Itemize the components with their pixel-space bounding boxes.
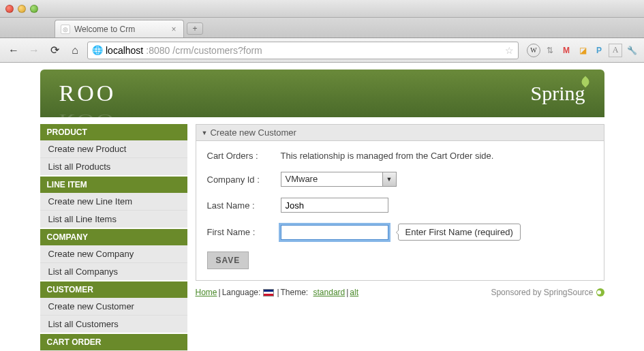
first-name-input[interactable]	[281, 225, 388, 240]
last-name-label: Last Name :	[207, 200, 281, 211]
company-label: Company Id :	[207, 174, 281, 185]
language-label: Language:	[222, 288, 261, 297]
gmail-icon[interactable]: M	[559, 44, 573, 57]
sidebar-header-cartorder: CART ORDER	[40, 334, 187, 350]
url-path: /crm/customers?form	[172, 45, 262, 56]
extension-icon[interactable]: ◪	[576, 44, 589, 57]
app-header: ROO Spring	[40, 70, 604, 117]
company-select-value: VMware	[281, 172, 382, 186]
collapse-icon: ▼	[202, 129, 208, 136]
favicon-icon: ◎	[61, 25, 70, 34]
chevron-down-icon: ▼	[382, 172, 396, 186]
tab-title: Welcome to Crm	[74, 25, 166, 34]
new-tab-button[interactable]: +	[187, 22, 203, 35]
url-port: :8080	[146, 45, 170, 56]
home-link[interactable]: Home	[196, 288, 217, 297]
company-select[interactable]: VMware ▼	[281, 172, 397, 187]
footer: Home | Language: | Theme: standard | alt	[196, 288, 604, 297]
flag-icon[interactable]	[263, 289, 274, 296]
cart-orders-value: This relationship is managed from the Ca…	[281, 151, 494, 161]
sidebar-header-company: COMPANY	[40, 229, 187, 245]
roo-logo: ROO	[59, 80, 117, 106]
extension-icon[interactable]: ⇅	[543, 44, 557, 57]
theme-standard-link[interactable]: standard	[313, 288, 346, 297]
sidebar: PRODUCT Create new Product List all Prod…	[40, 124, 187, 351]
first-name-tooltip: Enter First Name (required)	[398, 224, 521, 241]
sidebar-item-create-product[interactable]: Create new Product	[40, 140, 187, 158]
browser-toolbar: ← → ⟳ ⌂ 🌐 localhost:8080/crm/customers?f…	[0, 38, 644, 63]
globe-icon: 🌐	[92, 45, 103, 55]
cart-orders-label: Cart Orders :	[207, 151, 281, 161]
wrench-icon[interactable]: 🔧	[625, 44, 639, 57]
home-button[interactable]: ⌂	[67, 42, 83, 59]
address-bar[interactable]: 🌐 localhost:8080/crm/customers?form ☆	[87, 42, 519, 59]
sidebar-item-create-lineitem[interactable]: Create new Line Item	[40, 193, 187, 211]
sidebar-item-create-company[interactable]: Create new Company	[40, 245, 187, 263]
sidebar-header-customer: CUSTOMER	[40, 281, 187, 298]
sidebar-item-list-customers[interactable]: List all Customers	[40, 316, 187, 333]
extension-icon[interactable]: A	[609, 44, 622, 57]
first-name-label: First Name :	[207, 227, 281, 237]
back-button[interactable]: ←	[5, 42, 22, 59]
sidebar-item-list-lineitems[interactable]: List all Line Items	[40, 211, 187, 228]
browser-tabbar: ◎ Welcome to Crm × +	[0, 18, 644, 38]
window-titlebar	[0, 0, 644, 18]
springsource-icon	[596, 288, 604, 296]
sidebar-item-list-companys[interactable]: List all Companys	[40, 263, 187, 280]
panel-title: Create new Customer	[210, 127, 296, 138]
panel-header[interactable]: ▼ Create new Customer	[196, 124, 604, 141]
bookmark-star-icon[interactable]: ☆	[505, 45, 514, 56]
form-panel: Cart Orders : This relationship is manag…	[196, 141, 604, 281]
sidebar-item-list-products[interactable]: List all Products	[40, 158, 187, 175]
theme-label: Theme:	[281, 288, 309, 297]
spring-logo: Spring	[530, 82, 585, 105]
sponsor-text: Sponsored by SpringSource	[491, 288, 593, 297]
last-name-input[interactable]	[281, 198, 388, 213]
minimize-window-button[interactable]	[18, 5, 26, 13]
browser-tab[interactable]: ◎ Welcome to Crm ×	[55, 20, 184, 37]
sidebar-item-create-customer[interactable]: Create new Customer	[40, 298, 187, 316]
close-tab-icon[interactable]: ×	[170, 25, 178, 34]
save-button[interactable]: SAVE	[207, 251, 249, 269]
theme-alt-link[interactable]: alt	[350, 288, 358, 297]
url-host: localhost	[106, 45, 143, 56]
reload-button[interactable]: ⟳	[46, 42, 63, 59]
wikipedia-icon[interactable]: W	[527, 44, 540, 57]
zoom-window-button[interactable]	[30, 5, 38, 13]
extension-icon[interactable]: P	[592, 44, 606, 57]
close-window-button[interactable]	[5, 5, 14, 13]
forward-button[interactable]: →	[26, 42, 42, 59]
sidebar-header-lineitem: LINE ITEM	[40, 177, 187, 193]
